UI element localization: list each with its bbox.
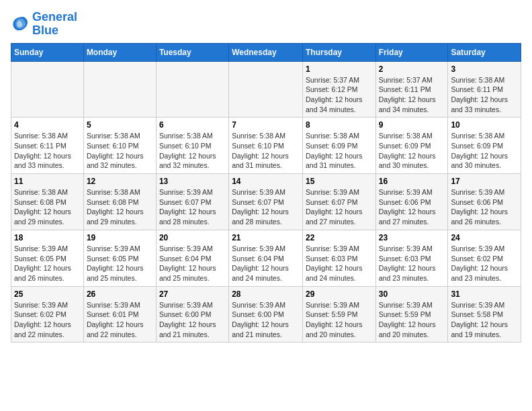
day-header-saturday: Saturday (448, 43, 521, 61)
day-number: 31 (451, 289, 518, 299)
calendar-cell: 7Sunrise: 5:38 AM Sunset: 6:10 PM Daylig… (229, 118, 303, 174)
day-info: Sunrise: 5:39 AM Sunset: 6:06 PM Dayligh… (451, 187, 518, 227)
calendar-cell: 9Sunrise: 5:38 AM Sunset: 6:09 PM Daylig… (375, 118, 448, 174)
day-info: Sunrise: 5:39 AM Sunset: 6:07 PM Dayligh… (232, 187, 300, 227)
day-number: 4 (14, 120, 81, 130)
week-row-2: 4Sunrise: 5:38 AM Sunset: 6:11 PM Daylig… (11, 118, 521, 174)
calendar-cell: 29Sunrise: 5:39 AM Sunset: 5:59 PM Dayli… (302, 286, 375, 342)
day-info: Sunrise: 5:39 AM Sunset: 5:58 PM Dayligh… (451, 300, 518, 340)
calendar-cell: 17Sunrise: 5:39 AM Sunset: 6:06 PM Dayli… (448, 174, 521, 230)
day-info: Sunrise: 5:39 AM Sunset: 6:00 PM Dayligh… (232, 300, 300, 340)
day-number: 28 (232, 289, 300, 299)
day-number: 10 (451, 120, 518, 130)
day-number: 21 (232, 233, 300, 242)
calendar-cell (156, 61, 228, 118)
day-info: Sunrise: 5:38 AM Sunset: 6:09 PM Dayligh… (451, 131, 518, 171)
calendar-table: SundayMondayTuesdayWednesdayThursdayFrid… (11, 43, 521, 343)
calendar-cell: 30Sunrise: 5:39 AM Sunset: 5:59 PM Dayli… (375, 286, 448, 342)
week-row-4: 18Sunrise: 5:39 AM Sunset: 6:05 PM Dayli… (11, 230, 521, 286)
calendar-cell (229, 61, 303, 118)
day-info: Sunrise: 5:39 AM Sunset: 6:07 PM Dayligh… (159, 187, 226, 227)
calendar-cell: 31Sunrise: 5:39 AM Sunset: 5:58 PM Dayli… (448, 286, 521, 342)
calendar-cell: 8Sunrise: 5:38 AM Sunset: 6:09 PM Daylig… (302, 118, 375, 174)
calendar-cell: 21Sunrise: 5:39 AM Sunset: 6:04 PM Dayli… (229, 230, 303, 286)
day-info: Sunrise: 5:39 AM Sunset: 5:59 PM Dayligh… (306, 300, 373, 340)
calendar-cell: 4Sunrise: 5:38 AM Sunset: 6:11 PM Daylig… (11, 118, 84, 174)
day-header-thursday: Thursday (302, 43, 375, 61)
week-row-5: 25Sunrise: 5:39 AM Sunset: 6:02 PM Dayli… (11, 286, 521, 342)
day-info: Sunrise: 5:38 AM Sunset: 6:10 PM Dayligh… (159, 131, 226, 171)
calendar-cell: 12Sunrise: 5:38 AM Sunset: 6:08 PM Dayli… (83, 174, 156, 230)
day-number: 3 (451, 64, 518, 74)
day-header-friday: Friday (375, 43, 448, 61)
day-number: 9 (379, 120, 445, 130)
calendar-cell: 3Sunrise: 5:38 AM Sunset: 6:11 PM Daylig… (448, 61, 521, 118)
day-info: Sunrise: 5:39 AM Sunset: 6:02 PM Dayligh… (451, 244, 518, 283)
day-number: 30 (379, 289, 445, 299)
week-row-3: 11Sunrise: 5:38 AM Sunset: 6:08 PM Dayli… (11, 174, 521, 230)
day-info: Sunrise: 5:39 AM Sunset: 6:00 PM Dayligh… (159, 300, 226, 340)
day-number: 6 (159, 120, 226, 130)
day-header-wednesday: Wednesday (229, 43, 303, 61)
day-header-monday: Monday (83, 43, 156, 61)
day-number: 20 (159, 233, 226, 242)
day-info: Sunrise: 5:39 AM Sunset: 6:03 PM Dayligh… (306, 244, 373, 283)
calendar-cell: 1Sunrise: 5:37 AM Sunset: 6:12 PM Daylig… (302, 61, 375, 118)
calendar-cell: 19Sunrise: 5:39 AM Sunset: 6:05 PM Dayli… (83, 230, 156, 286)
calendar-cell: 11Sunrise: 5:38 AM Sunset: 6:08 PM Dayli… (11, 174, 84, 230)
day-header-sunday: Sunday (11, 43, 84, 61)
day-number: 18 (14, 233, 81, 242)
day-info: Sunrise: 5:39 AM Sunset: 5:59 PM Dayligh… (379, 300, 445, 340)
day-info: Sunrise: 5:37 AM Sunset: 6:11 PM Dayligh… (379, 75, 445, 115)
day-info: Sunrise: 5:38 AM Sunset: 6:11 PM Dayligh… (14, 131, 81, 171)
logo-text: General Blue (32, 11, 77, 38)
day-number: 11 (14, 177, 81, 186)
day-info: Sunrise: 5:39 AM Sunset: 6:05 PM Dayligh… (87, 244, 153, 283)
calendar-cell: 14Sunrise: 5:39 AM Sunset: 6:07 PM Dayli… (229, 174, 303, 230)
day-number: 8 (306, 120, 373, 130)
logo-icon (11, 15, 30, 34)
calendar-cell: 13Sunrise: 5:39 AM Sunset: 6:07 PM Dayli… (156, 174, 228, 230)
day-number: 2 (379, 64, 445, 74)
day-number: 5 (87, 120, 153, 130)
day-number: 13 (159, 177, 226, 186)
calendar-cell: 23Sunrise: 5:39 AM Sunset: 6:03 PM Dayli… (375, 230, 448, 286)
calendar-cell: 5Sunrise: 5:38 AM Sunset: 6:10 PM Daylig… (83, 118, 156, 174)
day-info: Sunrise: 5:38 AM Sunset: 6:08 PM Dayligh… (14, 187, 81, 227)
day-number: 15 (306, 177, 373, 186)
calendar-cell: 27Sunrise: 5:39 AM Sunset: 6:00 PM Dayli… (156, 286, 228, 342)
day-info: Sunrise: 5:39 AM Sunset: 6:07 PM Dayligh… (306, 187, 373, 227)
day-number: 14 (232, 177, 300, 186)
day-info: Sunrise: 5:39 AM Sunset: 6:04 PM Dayligh… (232, 244, 300, 283)
day-number: 22 (306, 233, 373, 242)
calendar-cell (11, 61, 84, 118)
day-info: Sunrise: 5:38 AM Sunset: 6:10 PM Dayligh… (232, 131, 300, 171)
day-info: Sunrise: 5:39 AM Sunset: 6:06 PM Dayligh… (379, 187, 445, 227)
day-number: 16 (379, 177, 445, 186)
day-number: 27 (159, 289, 226, 299)
day-number: 29 (306, 289, 373, 299)
calendar-cell: 15Sunrise: 5:39 AM Sunset: 6:07 PM Dayli… (302, 174, 375, 230)
page-header: General Blue (11, 11, 521, 38)
day-info: Sunrise: 5:38 AM Sunset: 6:09 PM Dayligh… (379, 131, 445, 171)
day-number: 7 (232, 120, 300, 130)
day-info: Sunrise: 5:39 AM Sunset: 6:05 PM Dayligh… (14, 244, 81, 283)
day-number: 19 (87, 233, 153, 242)
day-info: Sunrise: 5:38 AM Sunset: 6:08 PM Dayligh… (87, 187, 153, 227)
day-info: Sunrise: 5:39 AM Sunset: 6:04 PM Dayligh… (159, 244, 226, 283)
calendar-cell: 10Sunrise: 5:38 AM Sunset: 6:09 PM Dayli… (448, 118, 521, 174)
calendar-cell: 24Sunrise: 5:39 AM Sunset: 6:02 PM Dayli… (448, 230, 521, 286)
day-number: 12 (87, 177, 153, 186)
day-number: 17 (451, 177, 518, 186)
calendar-cell: 26Sunrise: 5:39 AM Sunset: 6:01 PM Dayli… (83, 286, 156, 342)
calendar-cell: 16Sunrise: 5:39 AM Sunset: 6:06 PM Dayli… (375, 174, 448, 230)
calendar-cell: 20Sunrise: 5:39 AM Sunset: 6:04 PM Dayli… (156, 230, 228, 286)
week-row-1: 1Sunrise: 5:37 AM Sunset: 6:12 PM Daylig… (11, 61, 521, 118)
day-info: Sunrise: 5:38 AM Sunset: 6:11 PM Dayligh… (451, 75, 518, 115)
day-number: 23 (379, 233, 445, 242)
day-info: Sunrise: 5:38 AM Sunset: 6:10 PM Dayligh… (87, 131, 153, 171)
day-number: 26 (87, 289, 153, 299)
calendar-cell: 6Sunrise: 5:38 AM Sunset: 6:10 PM Daylig… (156, 118, 228, 174)
logo: General Blue (11, 11, 77, 38)
calendar-cell: 25Sunrise: 5:39 AM Sunset: 6:02 PM Dayli… (11, 286, 84, 342)
